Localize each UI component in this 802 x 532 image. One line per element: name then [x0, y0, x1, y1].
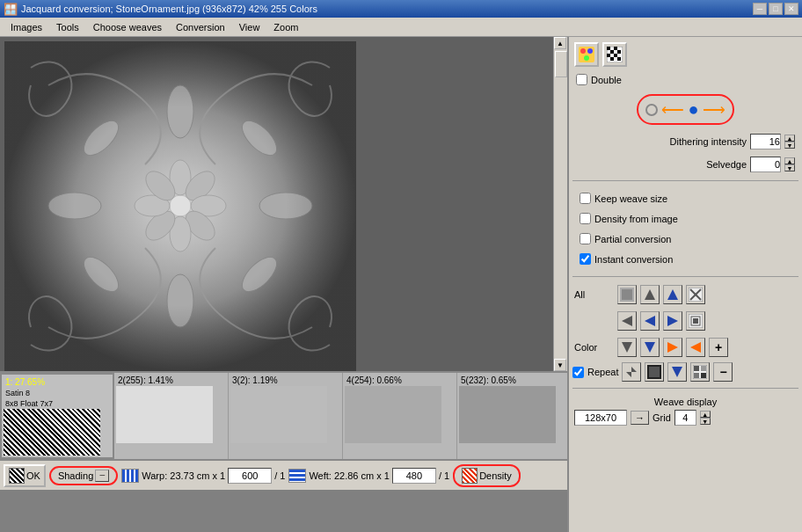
direction-radio[interactable]: [645, 104, 658, 116]
maximize-button[interactable]: □: [769, 3, 783, 15]
svg-rect-33: [617, 57, 621, 61]
swatch-5[interactable]: 5(232): 0.65%: [457, 373, 572, 459]
svg-rect-30: [607, 54, 610, 57]
ok-button[interactable]: OK: [4, 464, 46, 487]
weave-display-section: Weave display → Grid ▲ ▼: [572, 395, 798, 427]
pattern-button[interactable]: [602, 42, 627, 67]
repeat-btn-4[interactable]: [690, 362, 710, 382]
separator-2: [572, 276, 798, 277]
weave-display-title: Weave display: [574, 397, 797, 407]
arrow-right-orange[interactable]: ⟶: [703, 100, 725, 120]
swatch-1-sublabel1: Satin 8: [4, 388, 111, 398]
partial-conversion-checkbox[interactable]: [580, 233, 591, 244]
swatch-1[interactable]: 1: 27.65% Satin 8 8x8 Float 7x7: [0, 373, 114, 459]
weave-size-btn[interactable]: →: [631, 411, 649, 425]
svg-rect-28: [614, 47, 617, 50]
plus-button[interactable]: +: [709, 338, 728, 357]
swatch-1-sublabel2: 8x8 Float 7x7: [4, 398, 111, 409]
repeat-btn-2[interactable]: [645, 362, 664, 382]
checkboxes-section: Keep weave size Density from image Parti…: [572, 187, 798, 270]
top-icons-row: [572, 40, 798, 69]
minus-button[interactable]: −: [713, 362, 733, 382]
close-button[interactable]: ✕: [784, 3, 798, 15]
image-scrollbar-v[interactable]: ▲ ▼: [553, 37, 567, 371]
instant-conversion-checkbox[interactable]: [580, 253, 591, 265]
grid-down[interactable]: ▼: [700, 418, 711, 425]
menu-choose-weaves[interactable]: Choose weaves: [86, 20, 169, 34]
title-bar: 🪟 Jacquard conversion; StoneOrnament.jpg…: [0, 0, 802, 18]
all-btn-4[interactable]: [686, 285, 705, 304]
density-from-image-checkbox[interactable]: [580, 213, 591, 224]
shading-label: Shading: [58, 470, 93, 481]
swatch-3[interactable]: 3(2): 1.19%: [229, 373, 343, 459]
double-checkbox[interactable]: [576, 74, 587, 85]
grid-up[interactable]: ▲: [700, 411, 711, 418]
title-bar-text: Jacquard conversion; StoneOrnament.jpg (…: [21, 4, 317, 14]
grid-input[interactable]: [674, 410, 696, 426]
all-btn-7[interactable]: [663, 311, 682, 331]
grid-spinner: ▲ ▼: [700, 411, 711, 425]
shading-decrease[interactable]: ─: [95, 470, 109, 482]
repeat-checkbox[interactable]: [572, 367, 584, 378]
swatch-2[interactable]: 2(255): 1.41%: [114, 373, 229, 459]
svg-rect-67: [701, 366, 706, 371]
swatches-row: 1: 27.65% Satin 8 8x8 Float 7x7 2(255): …: [0, 371, 567, 459]
dithering-input[interactable]: [750, 134, 781, 149]
minimize-button[interactable]: ─: [753, 3, 767, 15]
warp-input[interactable]: [228, 468, 272, 484]
keep-weave-size-checkbox[interactable]: [580, 193, 591, 204]
color-btn-4[interactable]: [686, 338, 705, 357]
svg-rect-62: [649, 367, 660, 377]
menu-view[interactable]: View: [232, 20, 267, 34]
menu-images[interactable]: Images: [4, 20, 49, 34]
selvedge-spinner: ▲ ▼: [784, 157, 795, 171]
all-btn-8[interactable]: [686, 311, 705, 331]
swatch-3-pattern: [230, 386, 327, 443]
dithering-down[interactable]: ▼: [784, 142, 795, 149]
repeat-btn-1[interactable]: [622, 362, 641, 382]
selvedge-up[interactable]: ▲: [784, 157, 795, 164]
svg-point-23: [587, 48, 593, 54]
palette-button[interactable]: [574, 42, 599, 67]
color-btn-3[interactable]: [663, 338, 682, 357]
svg-rect-26: [607, 47, 610, 50]
keep-weave-size-label: Keep weave size: [594, 193, 667, 204]
selvedge-down[interactable]: ▼: [784, 164, 795, 171]
all-btn-3[interactable]: [663, 285, 682, 304]
dithering-up[interactable]: ▲: [784, 135, 795, 142]
repeat-row: Repeat: [572, 362, 798, 382]
instant-conversion-label: Instant conversion: [594, 254, 673, 265]
repeat-btn-3[interactable]: [667, 362, 687, 382]
all-btn-5[interactable]: [617, 311, 637, 331]
menu-tools[interactable]: Tools: [49, 20, 86, 34]
direction-group: ⟵ ● ⟶: [637, 94, 733, 125]
dithering-row: Dithering intensity ▲ ▼: [572, 132, 798, 151]
selvedge-input[interactable]: [750, 157, 781, 172]
swatch-4[interactable]: 4(254): 0.66%: [343, 373, 457, 459]
grid-label: Grid: [653, 412, 671, 423]
svg-point-24: [584, 55, 589, 61]
separator-1: [572, 180, 798, 181]
all-btn-6[interactable]: [640, 311, 660, 331]
warp-text: Warp: 23.73 cm: [142, 470, 209, 481]
menu-conversion[interactable]: Conversion: [169, 20, 232, 34]
circle-blue[interactable]: ●: [688, 99, 698, 120]
dithering-spinner: ▲ ▼: [784, 135, 795, 149]
density-button[interactable]: Density: [453, 464, 521, 487]
color-label: Color: [574, 342, 614, 353]
menu-zoom[interactable]: Zoom: [266, 20, 305, 34]
partial-conversion-row: Partial conversion: [576, 231, 795, 246]
weft-input[interactable]: [392, 468, 436, 484]
all-btn-2[interactable]: [640, 285, 660, 304]
color-btn-2[interactable]: [640, 338, 660, 357]
warp-group: Warp: 23.73 cm x 1 / 1: [121, 468, 285, 484]
arrow-left-orange[interactable]: ⟵: [661, 100, 684, 120]
weft-div: / 1: [439, 470, 449, 481]
density-icon: [462, 468, 478, 484]
left-panel: ▲ ▼ 1: 27.65% Satin 8 8x8 Float 7x7 2(25…: [0, 37, 567, 532]
color-btn-1[interactable]: [617, 338, 637, 357]
all-btn-1[interactable]: [617, 285, 637, 304]
keep-weave-size-row: Keep weave size: [576, 191, 795, 206]
weave-size-input[interactable]: [574, 410, 627, 426]
swatch-4-label: 4(254): 0.66%: [345, 375, 455, 386]
